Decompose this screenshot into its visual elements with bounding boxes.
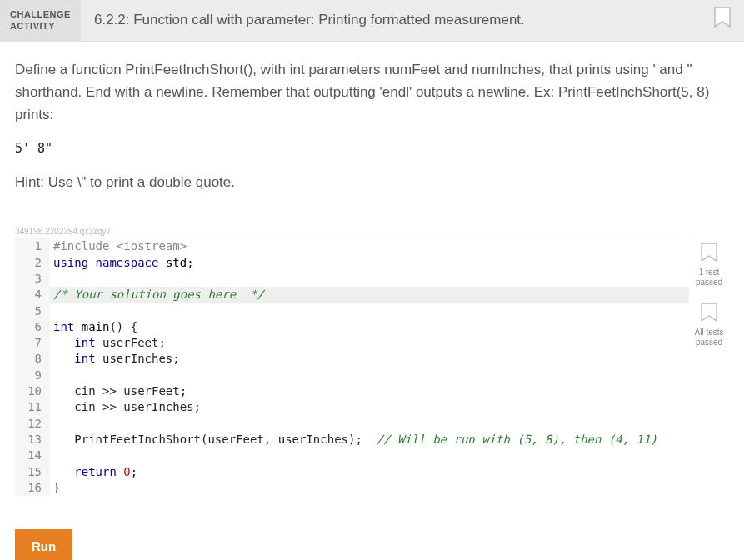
code-line[interactable]: cin >> userFeet; bbox=[50, 383, 689, 399]
code-line[interactable]: PrintFeetInchShort(userFeet, userInches)… bbox=[50, 432, 689, 448]
line-number: 6 bbox=[15, 319, 50, 335]
one-test-label-1: 1 test bbox=[689, 268, 729, 278]
code-line[interactable] bbox=[50, 303, 689, 319]
code-line[interactable]: } bbox=[50, 480, 689, 496]
challenge-badge-line1: CHALLENGE bbox=[10, 8, 71, 20]
test-status-panel: 1 test passed All tests passed bbox=[689, 238, 729, 348]
one-test-badge-icon bbox=[700, 242, 718, 264]
activity-header: CHALLENGE ACTIVITY 6.2.2: Function call … bbox=[0, 0, 744, 42]
one-test-label-2: passed bbox=[689, 278, 729, 288]
line-number: 16 bbox=[15, 480, 50, 496]
all-tests-badge-icon bbox=[700, 302, 718, 324]
line-number: 15 bbox=[15, 464, 50, 480]
code-line[interactable]: /* Your solution goes here */ bbox=[50, 287, 689, 302]
code-line[interactable]: int userInches; bbox=[50, 351, 689, 367]
code-line[interactable]: return 0; bbox=[50, 464, 689, 480]
run-button[interactable]: Run bbox=[15, 529, 72, 560]
line-number: 7 bbox=[15, 335, 50, 351]
code-line[interactable]: using namespace std; bbox=[50, 255, 689, 271]
example-output: 5' 8" bbox=[15, 141, 729, 156]
line-number: 9 bbox=[15, 368, 50, 383]
code-line[interactable] bbox=[50, 368, 689, 383]
bookmark-icon[interactable] bbox=[712, 7, 732, 30]
line-number: 11 bbox=[15, 399, 50, 415]
line-number: 1 bbox=[15, 238, 50, 254]
line-number: 2 bbox=[15, 255, 50, 271]
challenge-badge: CHALLENGE ACTIVITY bbox=[0, 0, 81, 41]
code-editor[interactable]: 1#include <iostream> 2using namespace st… bbox=[15, 238, 689, 496]
line-number: 8 bbox=[15, 351, 50, 367]
code-line[interactable]: int userFeet; bbox=[50, 335, 689, 351]
line-number: 13 bbox=[15, 432, 50, 448]
line-number: 10 bbox=[15, 383, 50, 399]
all-tests-label-2: passed bbox=[689, 338, 729, 348]
line-number: 12 bbox=[15, 416, 50, 432]
code-line[interactable] bbox=[50, 271, 689, 287]
line-number: 5 bbox=[15, 303, 50, 319]
watermark: 349198.2202394.qx3zqy7 bbox=[15, 227, 729, 236]
code-line[interactable]: int main() { bbox=[50, 319, 689, 335]
activity-content: Define a function PrintFeetInchShort(), … bbox=[0, 42, 744, 560]
activity-title: 6.2.2: Function call with parameter: Pri… bbox=[81, 0, 712, 41]
challenge-badge-line2: ACTIVITY bbox=[10, 20, 71, 32]
line-number: 4 bbox=[15, 287, 50, 302]
line-number: 3 bbox=[15, 271, 50, 287]
code-line[interactable] bbox=[50, 448, 689, 463]
line-number: 14 bbox=[15, 448, 50, 463]
prompt-text: Define a function PrintFeetInchShort(), … bbox=[15, 58, 729, 127]
hint-text: Hint: Use \" to print a double quote. bbox=[15, 171, 729, 193]
code-line[interactable] bbox=[50, 416, 689, 432]
code-line[interactable]: #include <iostream> bbox=[50, 238, 689, 254]
all-tests-label-1: All tests bbox=[689, 328, 729, 338]
code-line[interactable]: cin >> userInches; bbox=[50, 399, 689, 415]
